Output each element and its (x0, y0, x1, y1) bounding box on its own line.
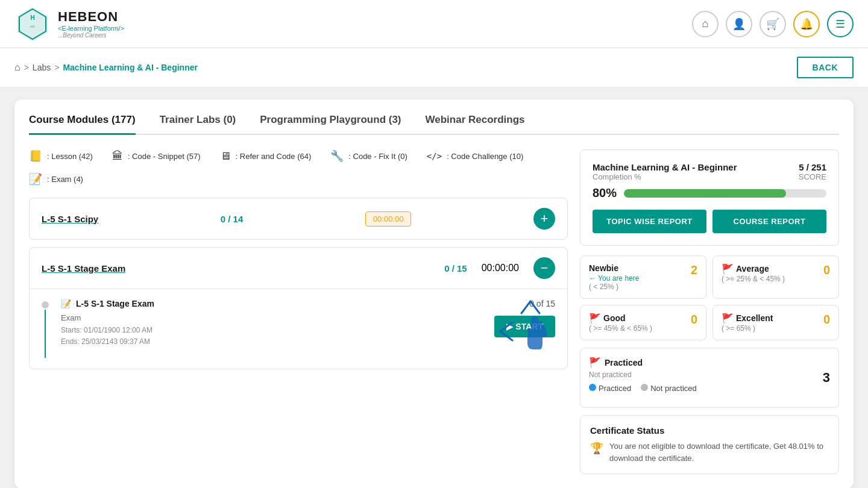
grade-good: 🚩 Good ( >= 45% & < 65% ) 0 (580, 305, 706, 340)
exam-item-name: L-5 S-1 Stage Exam (76, 299, 154, 308)
progress-bar-fill (624, 189, 786, 198)
legend-lesson-text: : Lesson (42) (47, 152, 93, 161)
score-text: SCORE (799, 172, 826, 181)
expand-scipy-button[interactable]: + (533, 208, 555, 230)
exam-item-type: Exam (61, 313, 482, 322)
legend-refer-code: 🖥 : Refer and Code (64) (220, 149, 312, 163)
tab-programming-playground[interactable]: Programming Playground (3) (260, 114, 401, 135)
left-panel: 📒 : Lesson (42) 🏛 : Code - Snippet (57) … (29, 149, 568, 474)
grade-good-count: 0 (691, 313, 697, 327)
score-header: Machine Learning & AI - Beginner Complet… (593, 162, 826, 181)
exam-right: 0 of 15 ▶ START (494, 299, 555, 337)
legend-exam: 📝 : Exam (4) (29, 172, 83, 186)
right-panel: Machine Learning & AI - Beginner Complet… (580, 149, 839, 474)
module-scipy-progress: 0 / 14 (221, 214, 244, 224)
timeline-dot (42, 301, 49, 308)
start-exam-button[interactable]: ▶ START (494, 316, 555, 337)
grade-good-range: ( >= 45% & < 65% ) (589, 324, 652, 333)
tab-trainer-labs[interactable]: Trainer Labs (0) (160, 114, 236, 135)
certificate-text: You are not eligible to download the cer… (609, 440, 829, 464)
breadcrumb-bar: ⌂ > Labs > Machine Learning & AI - Begin… (0, 48, 868, 87)
legend-fix-it-text: : Code - Fix It (0) (348, 152, 407, 161)
grade-average-range: ( >= 25% & < 45% ) (722, 275, 785, 283)
practiced-sub: Not practiced (589, 371, 697, 379)
legend-code-snippet-text: : Code - Snippet (57) (128, 152, 201, 161)
grade-newbie-left: Newbie ← You are here ( < 25% ) (589, 263, 639, 291)
timeline-line (45, 310, 46, 358)
legend-not-practiced-text: Not practiced (650, 384, 697, 393)
legend-code-challenge-text: : Code Challenge (10) (447, 152, 523, 161)
grade-average-left: 🚩 Average ( >= 25% & < 45% ) (722, 263, 785, 283)
practiced-left: 🚩 Practiced Not practiced Practiced Not … (589, 357, 697, 399)
grade-newbie-name: Newbie (589, 263, 639, 273)
completion-label: Completion % (593, 172, 737, 181)
header-icons: ⌂ 👤 🛒 🔔 ☰ (692, 11, 854, 37)
cart-icon-btn[interactable]: 🛒 (760, 11, 786, 37)
legend-code-snippet: 🏛 : Code - Snippet (57) (112, 149, 201, 163)
breadcrumb-current: Machine Learning & AI - Beginner (63, 63, 198, 72)
practiced-card: 🚩 Practiced Not practiced Practiced Not … (580, 348, 839, 408)
tab-webinar-recordings[interactable]: Webinar Recordings (426, 114, 525, 135)
logo-icon: H </> (14, 6, 51, 42)
grade-newbie-you-here: ← You are here (589, 274, 639, 283)
report-buttons: TOPIC WISE REPORT COURSE REPORT (593, 210, 826, 233)
score-card: Machine Learning & AI - Beginner Complet… (580, 149, 839, 246)
score-value: 5 / 251 (799, 162, 826, 172)
average-flag-icon: 🚩 (722, 263, 734, 275)
tab-course-modules[interactable]: Course Modules (177) (29, 114, 136, 135)
menu-icon-btn[interactable]: ☰ (827, 11, 854, 37)
exam-header-stage[interactable]: L-5 S-1 Stage Exam 0 / 15 00:00:00 − (30, 248, 567, 289)
back-button[interactable]: BACK (797, 57, 854, 78)
logo-text: HEBEON <E-learning Platform/> ...Beyond … (58, 9, 124, 39)
legend-exam-text: : Exam (4) (47, 175, 83, 184)
exam-body-stage: 📝 L-5 S-1 Stage Exam Exam Starts: 01/01/… (30, 289, 567, 369)
module-scipy-name: L-5 S-1 Scipy (42, 214, 98, 224)
exam-item-dates: Starts: 01/01/1900 12:00 AM Ends: 25/03/… (61, 325, 482, 348)
practiced-dot-blue (589, 384, 596, 391)
exam-icon: 📝 (29, 172, 42, 186)
exam-timeline (42, 299, 49, 359)
svg-text:H: H (30, 14, 34, 20)
grade-newbie-count: 2 (691, 263, 697, 277)
grade-average: 🚩 Average ( >= 25% & < 45% ) 0 (712, 255, 839, 299)
progress-row: 80% (593, 186, 826, 200)
logo-area: H </> HEBEON <E-learning Platform/> ...B… (14, 6, 124, 42)
main-card: Course Modules (177) Trainer Labs (0) Pr… (14, 99, 854, 488)
breadcrumb: ⌂ > Labs > Machine Learning & AI - Begin… (14, 62, 198, 73)
exam-of-count: 0 of 15 (529, 299, 555, 308)
legend: 📒 : Lesson (42) 🏛 : Code - Snippet (57) … (29, 149, 568, 186)
tabs-bar: Course Modules (177) Trainer Labs (0) Pr… (29, 114, 839, 135)
exam-stage-name: L-5 S-1 Stage Exam (42, 263, 125, 274)
certificate-icon: 🏆 (590, 442, 603, 455)
legend-lesson: 📒 : Lesson (42) (29, 149, 93, 163)
progress-bar-bg (624, 189, 826, 198)
user-icon-btn[interactable]: 👤 (726, 11, 752, 37)
grade-newbie-range: ( < 25% ) (589, 283, 639, 291)
score-title: Machine Learning & AI - Beginner (593, 162, 737, 172)
excellent-flag-icon: 🚩 (722, 313, 734, 324)
collapse-stage-button[interactable]: − (533, 257, 555, 279)
course-report-button[interactable]: COURSE REPORT (712, 210, 826, 233)
grade-excellent-left: 🚩 Excellent ( >= 65% ) (722, 313, 773, 333)
breadcrumb-labs[interactable]: Labs (33, 63, 51, 72)
certificate-body: 🏆 You are not eligible to download the c… (590, 440, 829, 464)
legend-refer-code-text: : Refer and Code (64) (236, 152, 312, 161)
breadcrumb-sep1: > (24, 63, 29, 72)
code-snippet-icon: 🏛 (112, 150, 123, 163)
exam-item-details: 📝 L-5 S-1 Stage Exam Exam Starts: 01/01/… (61, 299, 482, 348)
breadcrumb-sep2: > (54, 63, 59, 72)
home-icon-btn[interactable]: ⌂ (692, 11, 719, 37)
content-layout: 📒 : Lesson (42) 🏛 : Code - Snippet (57) … (29, 149, 839, 474)
good-flag-icon: 🚩 (589, 313, 601, 324)
module-row-scipy[interactable]: L-5 S-1 Scipy 0 / 14 00:00:00 + (29, 198, 568, 240)
practiced-dot-gray (641, 384, 648, 391)
module-scipy-timer: 00:00:00 (365, 211, 412, 227)
grade-good-name: Good (603, 313, 626, 323)
practiced-legend: Practiced Not practiced (589, 384, 697, 393)
svg-text:</>: </> (30, 25, 36, 28)
bell-icon-btn[interactable]: 🔔 (793, 11, 820, 37)
grade-average-name: Average (736, 264, 769, 274)
svg-marker-0 (17, 7, 48, 41)
grade-good-left: 🚩 Good ( >= 45% & < 65% ) (589, 313, 652, 333)
topic-wise-report-button[interactable]: TOPIC WISE REPORT (593, 210, 706, 233)
